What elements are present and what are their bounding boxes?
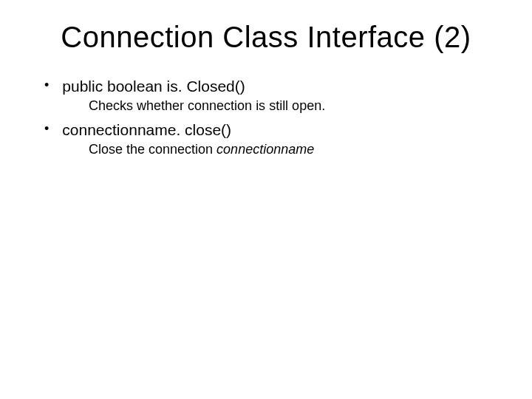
bullet-icon: • xyxy=(44,76,49,95)
list-item: • connectionname. close() xyxy=(44,120,495,140)
list-item: • public boolean is. Closed() xyxy=(44,76,495,96)
slide-title: Connection Class Interface (2) xyxy=(37,21,495,54)
bullet-icon: • xyxy=(44,120,49,138)
method-text: public boolean is. Closed() xyxy=(62,76,245,96)
method-description: Close the connection connectionname xyxy=(89,141,495,158)
description-text: Close the connection xyxy=(89,142,216,157)
method-description: Checks whether connection is still open. xyxy=(89,98,495,115)
method-text: connectionname. close() xyxy=(62,120,231,140)
description-text: Checks whether connection is still open. xyxy=(89,98,325,113)
slide: Connection Class Interface (2) • public … xyxy=(0,0,532,399)
description-italic: connectionname xyxy=(216,142,314,157)
slide-content: • public boolean is. Closed() Checks whe… xyxy=(44,76,495,158)
